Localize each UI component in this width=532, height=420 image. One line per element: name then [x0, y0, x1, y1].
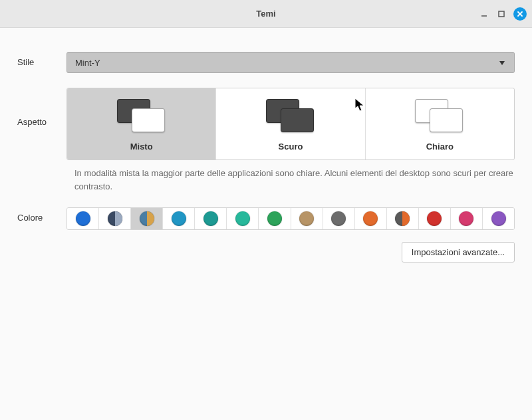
aspect-preview-icon	[113, 99, 170, 131]
aspect-hint: In modalità mista la maggior parte delle…	[74, 167, 515, 193]
style-dropdown[interactable]: Mint-Y	[66, 52, 515, 73]
close-button[interactable]	[513, 7, 527, 21]
color-swatch-13[interactable]	[483, 208, 514, 229]
aspect-label: Aspetto	[17, 88, 66, 127]
color-label: Colore	[17, 207, 66, 223]
svg-rect-1	[499, 11, 504, 17]
color-swatch-3[interactable]	[163, 208, 195, 229]
aspect-option-label: Scuro	[216, 142, 364, 152]
color-swatch-2[interactable]	[131, 208, 163, 229]
aspect-row: Aspetto MistoScuroChiaro In modalità mis…	[17, 88, 515, 193]
style-dropdown-value: Mint-Y	[75, 58, 100, 68]
svg-marker-4	[499, 61, 505, 65]
swatch-icon	[76, 211, 90, 226]
swatch-icon	[235, 211, 250, 226]
maximize-button[interactable]	[496, 9, 507, 19]
swatch-icon	[459, 211, 473, 226]
swatch-icon	[172, 211, 186, 226]
minimize-button[interactable]	[479, 9, 489, 19]
swatch-icon	[108, 211, 122, 226]
aspect-option-misto[interactable]: Misto	[67, 88, 216, 159]
color-swatch-1[interactable]	[99, 208, 131, 229]
aspect-option-label: Misto	[67, 142, 215, 152]
style-label: Stile	[17, 52, 66, 67]
swatch-icon	[363, 211, 378, 226]
aspect-preview-icon	[262, 99, 319, 131]
color-swatch-10[interactable]	[387, 208, 419, 229]
aspect-option-label: Chiaro	[366, 142, 514, 152]
style-row: Stile Mint-Y	[17, 52, 515, 73]
color-swatch-11[interactable]	[419, 208, 451, 229]
advanced-settings-button[interactable]: Impostazioni avanzate...	[402, 242, 515, 262]
aspect-selector: MistoScuroChiaro	[66, 88, 515, 160]
color-swatch-4[interactable]	[195, 208, 227, 229]
window-controls	[479, 7, 527, 21]
color-swatch-5[interactable]	[227, 208, 259, 229]
swatch-icon	[299, 211, 314, 226]
content-area: Stile Mint-Y Aspetto MistoScuroChiaro In…	[0, 28, 532, 262]
color-swatch-6[interactable]	[259, 208, 291, 229]
titlebar: Temi	[0, 0, 532, 28]
color-swatch-0[interactable]	[67, 208, 99, 229]
color-swatch-12[interactable]	[451, 208, 483, 229]
color-swatch-7[interactable]	[291, 208, 323, 229]
swatch-icon	[203, 211, 218, 226]
swatch-icon	[140, 211, 154, 226]
swatch-icon	[427, 211, 442, 226]
color-row: Colore Impostazioni avanzate...	[17, 207, 515, 262]
swatch-icon	[491, 211, 506, 226]
chevron-down-icon	[498, 58, 506, 68]
color-selector	[66, 207, 515, 230]
window-title: Temi	[0, 9, 532, 19]
color-swatch-9[interactable]	[355, 208, 387, 229]
swatch-icon	[267, 211, 282, 226]
aspect-option-chiaro[interactable]: Chiaro	[366, 88, 514, 159]
swatch-icon	[331, 211, 346, 226]
aspect-preview-icon	[411, 99, 468, 131]
aspect-option-scuro[interactable]: Scuro	[216, 88, 365, 159]
swatch-icon	[395, 211, 410, 226]
color-swatch-8[interactable]	[323, 208, 355, 229]
